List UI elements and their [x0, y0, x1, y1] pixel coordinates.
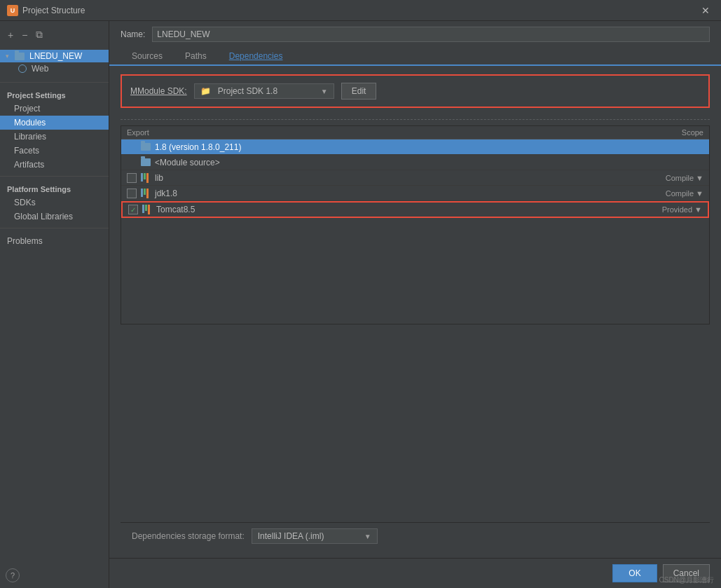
table-row-module-source[interactable]: <Module source> [121, 155, 709, 170]
section-divider [121, 119, 710, 120]
sdk-dropdown[interactable]: 📁 Project SDK 1.8 ▼ [194, 83, 334, 99]
help-button[interactable]: ? [6, 568, 20, 582]
sidebar-item-artifacts[interactable]: Artifacts [0, 158, 109, 172]
module-sdk-section: MModule SDK: 📁 Project SDK 1.8 ▼ Edit [121, 74, 710, 108]
sdk-dropdown-arrow-icon: ▼ [321, 88, 328, 95]
module-source-folder-icon [141, 158, 152, 167]
content-area: Name: Sources Paths Dependencies MModule… [109, 21, 721, 588]
footer-buttons: OK Cancel [109, 558, 721, 588]
storage-format-value: IntelliJ IDEA (.iml) [258, 531, 360, 541]
tab-paths[interactable]: Paths [174, 48, 218, 66]
sidebar-toolbar: + − ⧉ [0, 25, 109, 44]
scope-dropdown-arrow-tomcat: ▼ [694, 205, 702, 214]
window-title: Project Structure [22, 6, 85, 15]
sidebar: + − ⧉ ▾ LNEDU_NEW Web Project Settings P… [0, 21, 109, 588]
table-row-jdk[interactable]: 1.8 (version 1.8.0_211) [121, 139, 709, 155]
sidebar-item-artifacts-label: Artifacts [14, 160, 44, 170]
sidebar-item-libraries[interactable]: Libraries [0, 130, 109, 144]
table-row-jdk18[interactable]: jdk1.8 Compile ▼ [121, 186, 709, 201]
storage-format-bar: Dependencies storage format: IntelliJ ID… [121, 522, 710, 549]
sidebar-item-global-libraries-label: Global Libraries [14, 212, 73, 221]
sidebar-item-facets-label: Facets [14, 146, 39, 156]
edit-sdk-button[interactable]: Edit [341, 83, 377, 100]
dep-name-lib: lib [155, 173, 666, 183]
watermark: CSDN@月影漕行 [659, 575, 715, 585]
dependencies-tab-content: MModule SDK: 📁 Project SDK 1.8 ▼ Edit Ex… [109, 66, 721, 558]
sidebar-item-problems[interactable]: Problems [0, 233, 109, 249]
close-button[interactable]: ✕ [697, 4, 714, 18]
title-bar: U Project Structure ✕ [0, 0, 721, 21]
sidebar-separator-3 [0, 228, 109, 228]
dep-scope-jdk18[interactable]: Compile ▼ [666, 189, 703, 198]
module-tree: ▾ LNEDU_NEW Web [0, 47, 109, 78]
sidebar-item-facets[interactable]: Facets [0, 144, 109, 158]
dep-scope-tomcat[interactable]: Provided ▼ [662, 205, 702, 214]
sidebar-item-project[interactable]: Project [0, 102, 109, 116]
web-icon [18, 64, 27, 73]
jdk18-lib-icon [141, 189, 152, 198]
scope-col-header: Scope [682, 128, 703, 137]
lib-lib-icon [141, 173, 152, 183]
dep-name-jdk18: jdk1.8 [155, 189, 666, 198]
dep-scope-lib[interactable]: Compile ▼ [666, 174, 703, 182]
sidebar-separator-2 [0, 176, 109, 177]
sidebar-item-modules[interactable]: Modules [0, 116, 109, 130]
tree-item-web[interactable]: Web [0, 62, 109, 75]
table-header: Export Scope [121, 126, 709, 139]
export-checkbox-lib[interactable] [127, 173, 137, 183]
tab-dependencies[interactable]: Dependencies [218, 48, 294, 66]
sdk-folder-icon: 📁 [200, 86, 211, 96]
sdk-dropdown-text: Project SDK 1.8 [218, 86, 317, 96]
add-module-button[interactable]: + [6, 29, 15, 41]
tab-sources[interactable]: Sources [121, 48, 174, 66]
export-checkbox-jdk18[interactable] [127, 189, 137, 198]
table-row-tomcat[interactable]: Tomcat8.5 Provided ▼ [121, 201, 709, 218]
sidebar-item-global-libraries[interactable]: Global Libraries [0, 210, 109, 224]
copy-module-button[interactable]: ⧉ [34, 28, 45, 41]
module-sdk-label: MModule SDK: [130, 86, 187, 96]
main-layout: + − ⧉ ▾ LNEDU_NEW Web Project Settings P… [0, 21, 721, 588]
sidebar-item-problems-label: Problems [7, 236, 43, 246]
app-icon: U [7, 5, 18, 16]
platform-settings-title: Platform Settings [0, 181, 109, 196]
sidebar-item-libraries-label: Libraries [14, 132, 46, 142]
jdk-folder-icon [141, 142, 152, 152]
module-folder-icon [15, 53, 25, 60]
sidebar-item-sdks[interactable]: SDKs [0, 196, 109, 210]
ok-button[interactable]: OK [612, 564, 657, 582]
title-bar-left: U Project Structure [7, 5, 85, 16]
export-col-header: Export [127, 128, 149, 137]
remove-module-button[interactable]: − [20, 29, 29, 41]
scope-dropdown-arrow-lib: ▼ [696, 174, 703, 182]
sidebar-item-project-label: Project [14, 104, 40, 114]
name-label: Name: [121, 29, 145, 39]
tree-item-web-label: Web [32, 64, 48, 74]
tree-item-label: LNEDU_NEW [29, 51, 82, 61]
storage-format-label: Dependencies storage format: [132, 531, 245, 541]
tabs-bar: Sources Paths Dependencies [109, 48, 721, 66]
table-row-lib[interactable]: lib Compile ▼ [121, 170, 709, 186]
dep-name-tomcat: Tomcat8.5 [156, 205, 662, 214]
dep-name-jdk: 1.8 (version 1.8.0_211) [155, 142, 703, 152]
sidebar-item-sdks-label: SDKs [14, 198, 36, 207]
tree-arrow: ▾ [6, 53, 13, 60]
sdk-value: Project SDK 1.8 [218, 86, 277, 96]
scope-dropdown-arrow-jdk18: ▼ [696, 189, 703, 198]
sidebar-item-modules-label: Modules [14, 118, 46, 128]
dep-name-module-source: <Module source> [155, 158, 703, 167]
storage-dropdown-arrow-icon: ▼ [364, 533, 371, 540]
name-bar: Name: [109, 21, 721, 48]
sidebar-separator-1 [0, 82, 109, 83]
dependencies-table: Export Scope 1.8 (version 1.8.0_211) [121, 125, 710, 324]
project-settings-title: Project Settings [0, 87, 109, 102]
export-checkbox-tomcat[interactable] [128, 205, 138, 214]
tomcat-lib-icon [142, 205, 153, 214]
name-input[interactable] [152, 27, 710, 42]
storage-format-dropdown[interactable]: IntelliJ IDEA (.iml) ▼ [252, 528, 378, 544]
tree-item-lnedu[interactable]: ▾ LNEDU_NEW [0, 50, 109, 62]
